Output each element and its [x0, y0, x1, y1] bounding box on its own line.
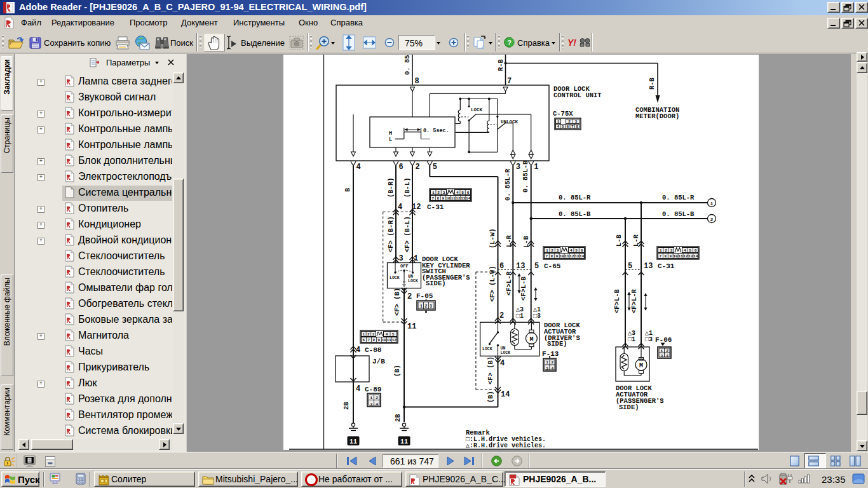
svg-text:C-88: C-88 [365, 346, 382, 354]
svg-text:7: 7 [368, 338, 370, 342]
svg-text:R-B: R-B [648, 77, 656, 90]
svg-text:8: 8 [664, 254, 667, 259]
svg-text:<F> (B-L): <F> (B-L) [403, 216, 411, 252]
svg-text:10: 10 [559, 254, 564, 259]
svg-text:6: 6 [499, 262, 504, 271]
svg-text:5: 5 [461, 191, 464, 195]
svg-text:<F>L-B: <F>L-B [520, 276, 527, 301]
svg-text:?: ? [507, 39, 512, 46]
svg-text:4: 4 [552, 367, 554, 371]
svg-text:SIDE): SIDE) [547, 340, 567, 348]
svg-text:6: 6 [581, 248, 583, 253]
svg-text:4: 4 [456, 191, 459, 195]
svg-text:10: 10 [445, 196, 451, 201]
svg-text:1: 1 [432, 191, 435, 195]
svg-text:□1: □1 [628, 336, 635, 343]
svg-text:8: 8 [576, 125, 578, 129]
svg-text:6: 6 [695, 248, 697, 253]
svg-text:8: 8 [373, 338, 376, 342]
svg-text:1: 1 [546, 360, 548, 365]
svg-text:F-05: F-05 [416, 292, 433, 300]
svg-text:0. 85L-B: 0. 85L-B [522, 160, 529, 193]
svg-text:2B: 2B [342, 402, 350, 410]
svg-text:12: 12 [456, 196, 461, 201]
svg-text:14: 14 [580, 254, 585, 259]
svg-text:C-65: C-65 [544, 262, 561, 270]
svg-text:2: 2 [568, 119, 571, 124]
svg-text:<F>L-R: <F>L-R [630, 288, 638, 313]
svg-text:<F>L-R: <F>L-R [505, 271, 513, 295]
svg-text:1: 1 [362, 332, 365, 337]
svg-text:LOCK: LOCK [408, 279, 418, 283]
svg-text:3: 3 [370, 402, 372, 407]
svg-text:7: 7 [432, 196, 435, 201]
svg-text:0. 85L-R: 0. 85L-R [559, 194, 591, 201]
svg-text:3: 3 [430, 304, 432, 309]
svg-text:6: 6 [467, 191, 470, 195]
svg-text:7: 7 [546, 254, 548, 259]
svg-text:C-31: C-31 [427, 203, 444, 211]
svg-text:13: 13 [644, 262, 653, 271]
svg-text:2: 2 [416, 163, 420, 172]
svg-text:10: 10 [382, 338, 386, 342]
svg-text:8: 8 [415, 77, 419, 86]
svg-text:B: B [344, 187, 351, 192]
svg-text:<F> (B): <F> (B) [487, 356, 494, 384]
svg-text:5: 5 [392, 332, 395, 337]
svg-text:0. 85L-B: 0. 85L-B [559, 210, 591, 218]
svg-text:□3: □3 [533, 313, 541, 320]
svg-text:1: 1 [660, 248, 662, 253]
svg-text:2: 2 [407, 292, 412, 301]
svg-text:9: 9 [378, 338, 381, 342]
svg-text:13: 13 [574, 254, 580, 259]
svg-text:4: 4 [386, 332, 388, 337]
svg-text:5: 5 [689, 248, 691, 253]
svg-text:8: 8 [550, 254, 553, 259]
svg-text:4: 4 [500, 359, 505, 368]
svg-text:□3: □3 [645, 336, 653, 343]
svg-text:0. 5sec.: 0. 5sec. [423, 128, 449, 134]
svg-text:1: 1 [557, 119, 560, 124]
svg-text:J/B: J/B [372, 358, 385, 365]
svg-text:9: 9 [555, 254, 558, 259]
svg-text:<F>L-B: <F>L-B [613, 288, 621, 313]
svg-text:<F> (L-W): <F> (L-W) [489, 266, 496, 302]
svg-text:0. 85L-R: 0. 85L-R [662, 194, 695, 201]
svg-text:4: 4 [684, 248, 686, 253]
svg-text:3: 3 [516, 163, 520, 172]
svg-text:F-06: F-06 [655, 336, 672, 344]
svg-text:6: 6 [363, 338, 365, 342]
svg-text:2: 2 [367, 332, 370, 337]
svg-text:2: 2 [376, 396, 378, 400]
svg-text:6: 6 [399, 163, 403, 172]
svg-text:2B: 2B [394, 414, 402, 422]
svg-text:12: 12 [683, 254, 688, 259]
svg-text:9: 9 [442, 196, 444, 201]
svg-text:C-75X: C-75X [553, 110, 573, 118]
svg-text:LOCK: LOCK [471, 107, 483, 112]
svg-text:(B-L): (B-L) [403, 177, 411, 198]
svg-text:9: 9 [669, 254, 672, 259]
svg-text:4: 4 [376, 402, 378, 407]
svg-text:7: 7 [660, 254, 662, 259]
svg-text:C-31: C-31 [658, 262, 675, 270]
svg-text:(L-W): (L-W) [489, 228, 496, 248]
svg-text:1: 1 [546, 248, 548, 253]
svg-text:11: 11 [451, 196, 456, 201]
svg-text:11: 11 [400, 438, 408, 445]
svg-text:2: 2 [551, 248, 553, 253]
svg-text:12: 12 [569, 254, 574, 259]
svg-text:2: 2 [437, 191, 440, 195]
svg-text:4: 4 [666, 354, 668, 358]
svg-text:1: 1 [660, 349, 663, 353]
svg-text:0. 85L-B: 0. 85L-B [662, 210, 695, 218]
svg-text:3: 3 [670, 248, 673, 253]
svg-text:12: 12 [392, 338, 397, 342]
svg-text:3: 3 [660, 354, 663, 358]
svg-text:13: 13 [688, 254, 693, 259]
svg-text:F-13: F-13 [542, 350, 559, 358]
svg-text:R-B: R-B [497, 58, 505, 71]
svg-text:4: 4 [356, 384, 360, 393]
svg-text:SIDE): SIDE) [619, 403, 639, 411]
svg-text:14: 14 [466, 196, 471, 201]
